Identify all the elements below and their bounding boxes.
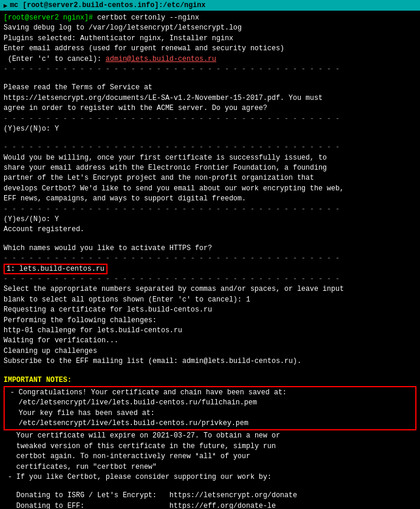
- terminal-line: Performing the following challenges:: [4, 316, 416, 326]
- blank-line: [4, 74, 416, 83]
- terminal-line: Plugins selected: Authenticator nginx, I…: [4, 34, 416, 44]
- blank-line: [4, 235, 416, 244]
- terminal-line: Enter email address (used for urgent ren…: [4, 44, 416, 54]
- terminal-prompt: [root@server2 nginx]# certbot certonly -…: [4, 13, 416, 23]
- separator-line: - - - - - - - - - - - - - - - - - - - - …: [4, 274, 416, 284]
- blank-line: [4, 367, 416, 375]
- terminal-line: (Y)es/(N)o: Y: [4, 124, 416, 134]
- terminal-line: EFF news, campaigns, and ways to support…: [4, 194, 416, 204]
- title-bar: ▶ mc [root@server2.build-centos.info]:/e…: [0, 0, 420, 11]
- separator-line: - - - - - - - - - - - - - - - - - - - - …: [4, 114, 416, 124]
- terminal-line: certificates, run "certbot renew": [4, 462, 416, 472]
- separator-line: - - - - - - - - - - - - - - - - - - - - …: [4, 205, 416, 215]
- terminal-line: Donating to EFF: https://eff.org/donate-…: [4, 501, 416, 509]
- domain-selection-box: 1: lets.build-centos.ru: [4, 264, 108, 274]
- terminal-line: Requesting a certificate for lets.build-…: [4, 305, 416, 315]
- separator-line: - - - - - - - - - - - - - - - - - - - - …: [4, 142, 416, 153]
- terminal-line: https://letsencrypt.org/documents/LE-SA-…: [4, 93, 416, 103]
- redblock-line: /etc/letsencrypt/live/lets.build-centos.…: [6, 419, 414, 429]
- terminal-content[interactable]: [root@server2 nginx]# certbot certonly -…: [0, 11, 420, 509]
- terminal-line: Saving debug log to /var/log/letsencrypt…: [4, 23, 416, 33]
- terminal-line: Cleaning up challenges: [4, 346, 416, 356]
- blank-line: [4, 134, 416, 142]
- redblock-line: - Congratulations! Your certificate and …: [6, 388, 414, 398]
- important-notes-label: IMPORTANT NOTES:: [4, 375, 416, 385]
- separator-line: - - - - - - - - - - - - - - - - - - - - …: [4, 254, 416, 264]
- blank-line: [4, 482, 416, 491]
- input-selection-line: blank to select all options shown (Enter…: [4, 295, 416, 305]
- terminal-line: Account registered.: [4, 225, 416, 235]
- terminal-line: Waiting for verification...: [4, 336, 416, 346]
- email-input-line: (Enter 'c' to cancel): admin@lets.build-…: [4, 54, 416, 64]
- terminal-line: http-01 challenge for lets.build-centos.…: [4, 326, 416, 336]
- terminal-line: Donating to ISRG / Let's Encrypt: https:…: [4, 491, 416, 501]
- terminal-line: partner of the Let's Encrypt project and…: [4, 173, 416, 183]
- terminal-icon: ▶: [4, 2, 8, 9]
- separator-line: - - - - - - - - - - - - - - - - - - - - …: [4, 64, 416, 74]
- terminal-line: Subscribe to the EFF mailing list (email…: [4, 356, 416, 367]
- terminal-line: develops Certbot? We'd like to send you …: [4, 184, 416, 194]
- terminal-line: Would you be willing, once your first ce…: [4, 153, 416, 163]
- title-text: mc [root@server2.build-centos.info]:/etc…: [10, 1, 206, 9]
- terminal-line: (Y)es/(N)o: Y: [4, 215, 416, 225]
- input-value: 1: [246, 296, 250, 304]
- cert-success-box: - Congratulations! Your certificate and …: [4, 386, 416, 431]
- redblock-line: /etc/letsencrypt/live/lets.build-centos.…: [6, 398, 414, 408]
- terminal-line: agree in order to register with the ACME…: [4, 103, 416, 114]
- terminal-line: Select the appropriate numbers separated…: [4, 284, 416, 294]
- terminal-line: certbot again. To non-interactively rene…: [4, 452, 416, 462]
- terminal-window: ▶ mc [root@server2.build-centos.info]:/e…: [0, 0, 420, 509]
- domain-box: 1: lets.build-centos.ru: [4, 264, 108, 274]
- redblock-line: Your key file has been saved at:: [6, 409, 414, 419]
- terminal-line: share your email address with the Electr…: [4, 163, 416, 173]
- terminal-line: tweaked version of this certificate in t…: [4, 442, 416, 452]
- terminal-line: Your certificate will expire on 2021-03-…: [4, 431, 416, 441]
- terminal-line: - If you like Certbot, please consider s…: [4, 472, 416, 482]
- terminal-line: Please read the Terms of Service at: [4, 83, 416, 93]
- terminal-line: Which names would you like to activate H…: [4, 244, 416, 254]
